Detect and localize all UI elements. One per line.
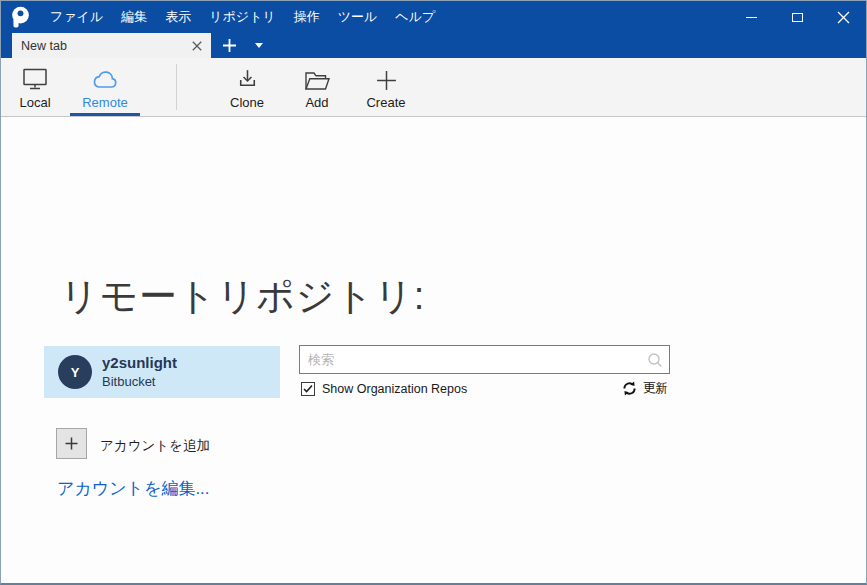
page-title: リモートリポジトリ: — [60, 271, 425, 322]
refresh-label: 更新 — [643, 380, 668, 397]
refresh-button[interactable]: 更新 — [622, 379, 668, 397]
plus-icon — [222, 38, 237, 53]
search-icon — [647, 352, 663, 372]
remote-label: Remote — [82, 95, 128, 110]
menu-bar: ファイル 編集 表示 リポジトリ 操作 ツール ヘルプ — [41, 1, 444, 33]
local-label: Local — [19, 95, 50, 110]
remote-selected-indicator — [70, 113, 140, 116]
tab-list-dropdown[interactable] — [247, 33, 271, 58]
maximize-icon — [792, 13, 803, 22]
show-org-repos-checkbox[interactable] — [301, 382, 315, 396]
chevron-down-icon — [255, 43, 263, 48]
avatar: Y — [58, 355, 92, 389]
folder-open-icon — [304, 64, 331, 92]
close-icon — [837, 11, 850, 24]
remote-button[interactable]: Remote — [70, 58, 140, 116]
menu-repository[interactable]: リポジトリ — [200, 1, 285, 33]
minimize-icon — [746, 17, 757, 18]
check-icon — [302, 383, 314, 395]
monitor-icon — [21, 64, 49, 92]
add-label: Add — [305, 95, 328, 110]
account-item-y2sunlight[interactable]: Y y2sunlight Bitbucket — [44, 346, 280, 398]
maximize-button[interactable] — [774, 1, 820, 33]
add-account-label: アカウントを追加 — [100, 437, 210, 455]
app-window: ファイル 編集 表示 リポジトリ 操作 ツール ヘルプ New tab — [0, 0, 867, 585]
create-label: Create — [366, 95, 405, 110]
menu-file[interactable]: ファイル — [41, 1, 112, 33]
edit-accounts-link[interactable]: アカウントを編集... — [57, 477, 210, 500]
add-account-button[interactable] — [56, 428, 87, 459]
menu-help[interactable]: ヘルプ — [386, 1, 444, 33]
download-icon — [235, 64, 260, 92]
menu-tools[interactable]: ツール — [329, 1, 387, 33]
plus-icon — [64, 436, 79, 451]
account-name: y2sunlight — [102, 354, 177, 371]
tab-bar: New tab — [1, 33, 866, 58]
create-button[interactable]: Create — [357, 58, 415, 116]
tab-title: New tab — [21, 39, 192, 53]
tab-new-tab[interactable]: New tab — [12, 33, 211, 58]
account-service: Bitbucket — [102, 374, 155, 389]
menu-edit[interactable]: 編集 — [112, 1, 156, 33]
tab-close-icon[interactable] — [192, 41, 202, 51]
menu-view[interactable]: 表示 — [156, 1, 200, 33]
titlebar: ファイル 編集 表示 リポジトリ 操作 ツール ヘルプ — [1, 1, 866, 33]
repo-search-box — [299, 345, 670, 374]
clone-button[interactable]: Clone — [221, 58, 273, 116]
search-input[interactable] — [300, 346, 669, 373]
clone-label: Clone — [230, 95, 264, 110]
plus-icon — [375, 64, 398, 92]
minimize-button[interactable] — [728, 1, 774, 33]
remote-repositories-page: リモートリポジトリ: Y y2sunlight Bitbucket Show O… — [1, 117, 866, 583]
toolbar-divider — [176, 64, 177, 110]
new-tab-button[interactable] — [211, 33, 247, 58]
cloud-icon — [90, 64, 120, 92]
local-button[interactable]: Local — [11, 58, 59, 116]
window-controls — [728, 1, 866, 33]
sourcetree-logo-icon — [10, 5, 31, 29]
add-button[interactable]: Add — [293, 58, 341, 116]
menu-actions[interactable]: 操作 — [285, 1, 329, 33]
show-org-repos-label[interactable]: Show Organization Repos — [322, 382, 467, 396]
close-button[interactable] — [820, 1, 866, 33]
show-org-repos-row: Show Organization Repos — [301, 380, 467, 398]
toolbar: Local Remote Clone — [1, 58, 866, 117]
refresh-icon — [622, 381, 637, 396]
